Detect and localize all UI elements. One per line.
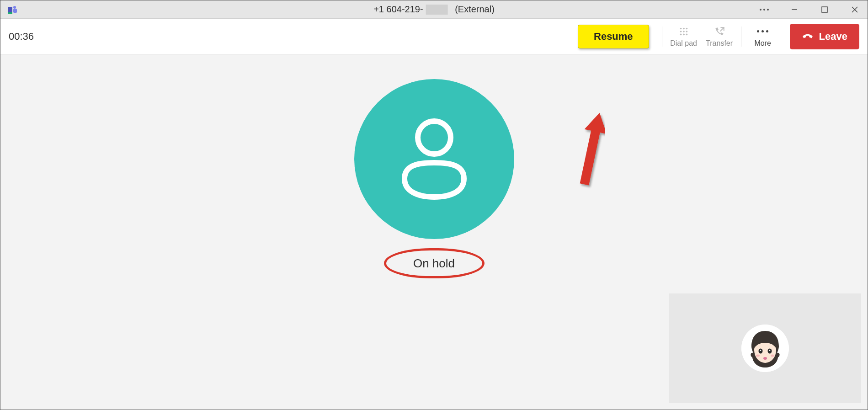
svg-point-25 [763,357,767,360]
self-preview[interactable] [669,293,861,403]
svg-point-14 [680,33,682,35]
person-icon [395,115,473,203]
annotation-arrow [578,112,605,190]
participant-avatar [354,79,514,239]
svg-rect-3 [8,12,12,14]
call-toolbar: 00:36 Resume Dial pad Transfer More [0,19,868,54]
maximize-button[interactable] [815,0,834,19]
svg-point-26 [756,355,760,357]
close-button[interactable] [846,0,864,19]
window-controls [755,0,864,18]
svg-rect-5 [822,7,827,12]
leave-label: Leave [819,31,847,43]
call-timer: 00:36 [9,31,34,43]
svg-point-10 [686,27,687,29]
svg-point-1 [13,6,16,9]
title-bar: +1 604-219- (External) [0,0,868,19]
svg-point-8 [680,27,682,29]
participant-block: On hold [354,79,514,278]
svg-point-24 [769,350,771,351]
transfer-label: Transfer [706,39,733,48]
title-external-label: (External) [455,4,495,15]
call-stage: On hold [0,54,868,410]
more-label: More [754,39,771,48]
title-phone-redacted [426,5,448,15]
dialpad-button[interactable]: Dial pad [666,26,702,48]
resume-button[interactable]: Resume [578,25,649,48]
toolbar-divider [741,27,741,47]
svg-point-17 [418,121,451,154]
svg-point-11 [680,31,682,32]
leave-button[interactable]: Leave [790,24,859,49]
more-button[interactable]: More [745,26,781,48]
svg-point-23 [760,350,761,351]
hold-status-annotation: On hold [384,248,485,278]
svg-point-12 [683,31,685,32]
svg-rect-2 [13,9,17,13]
call-status-text: On hold [413,256,455,271]
title-phone-prefix: +1 604-219- [373,4,423,15]
svg-point-27 [771,355,774,357]
titlebar-more-button[interactable] [755,0,773,19]
more-icon [757,26,768,37]
hangup-icon [802,29,814,44]
dialpad-label: Dial pad [670,39,697,48]
transfer-icon [714,26,725,37]
svg-point-13 [686,31,687,32]
transfer-button[interactable]: Transfer [702,26,737,48]
svg-point-15 [683,33,685,35]
self-avatar-icon [741,325,789,372]
minimize-button[interactable] [785,0,804,19]
window-title: +1 604-219- (External) [373,4,495,15]
self-avatar [741,325,789,372]
svg-point-9 [683,27,685,29]
svg-point-16 [686,33,687,35]
dialpad-icon [679,26,689,37]
svg-rect-0 [8,7,12,12]
toolbar-divider [662,27,662,47]
svg-marker-18 [578,112,605,187]
teams-app-icon [7,4,18,15]
